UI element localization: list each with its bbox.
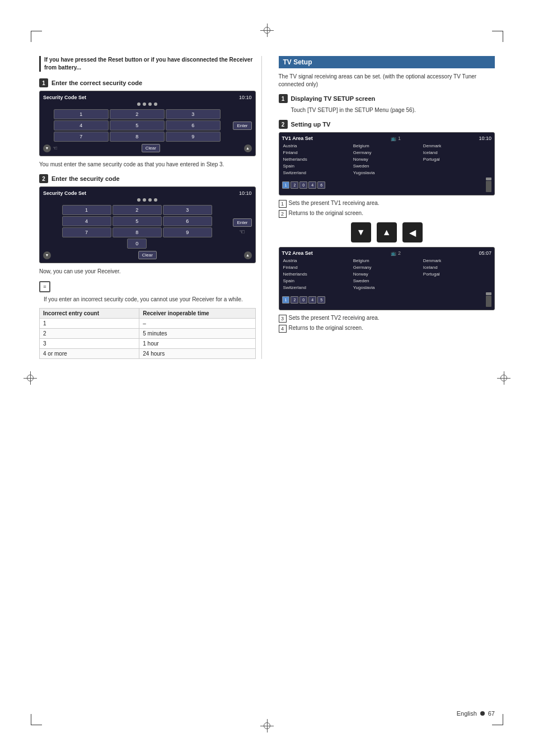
step1-caption: You must enter the same security code as… <box>39 161 256 169</box>
clear-btn-1[interactable]: Clear <box>142 144 160 152</box>
tv2-icon: 📺 <box>391 251 396 256</box>
table-row: 2 5 minutes <box>40 329 256 339</box>
footer-bullet <box>480 711 485 716</box>
tv-step1-heading: 1 Displaying TV SETUP screen <box>279 94 495 103</box>
tv1-btn-2[interactable]: 2 <box>291 181 298 189</box>
nav-icons-2: ▼ <box>43 251 51 259</box>
table-header-2: Receiver inoperable time <box>139 309 255 319</box>
table-row: 3 1 hour <box>40 339 256 349</box>
key-1-6[interactable]: 6 <box>166 120 221 130</box>
tv-setup-header: TV Setup <box>279 56 495 68</box>
screen1-time: 10:10 <box>239 95 252 100</box>
tv2-note-3: 3 Sets the present TV2 receiving area. <box>279 315 495 323</box>
corner-mark-tl <box>31 31 42 42</box>
reset-notice: If you have pressed the Reset button or … <box>39 56 256 72</box>
tv2-title: TV2 Area Set <box>282 250 313 256</box>
key-2-1[interactable]: 1 <box>62 205 111 215</box>
clear-btn-2[interactable]: Clear <box>138 251 157 259</box>
nav-icon-tv: ▼ <box>43 144 51 152</box>
tv-step1-instruction: Touch [TV SETUP] in the SETUP Menu (page… <box>279 106 495 114</box>
tv1-scroll <box>486 178 491 192</box>
table-row: 1 – <box>40 319 256 329</box>
step1-label: Enter the correct security code <box>51 80 142 86</box>
enter-btn-1[interactable]: Enter <box>233 122 251 130</box>
tv1-btn-6[interactable]: 6 <box>317 181 325 189</box>
tv-step1-number: 1 <box>279 94 288 103</box>
key-1-1[interactable]: 1 <box>54 109 109 119</box>
security-screen-2: Security Code Set 10:10 1 2 3 <box>39 186 256 263</box>
tv2-btn-0[interactable]: 0 <box>299 296 307 304</box>
key-1-7[interactable]: 7 <box>54 132 109 142</box>
screen1-title: Security Code Set <box>43 95 86 100</box>
tv2-countries: Austria Belgium Denmark Finland Germany … <box>282 258 492 291</box>
tv1-note-1: 1 Sets the present TV1 receiving area. <box>279 200 495 208</box>
note-text: If you enter an incorrect security code,… <box>39 296 256 304</box>
hand-icon-2: ☜ <box>239 228 245 236</box>
key-1-4[interactable]: 4 <box>54 120 109 130</box>
tv-step2-label: Setting up TV <box>291 121 331 128</box>
key-2-7[interactable]: 7 <box>62 227 111 237</box>
tv1-countries: Austria Belgium Denmark Finland Germany … <box>282 143 492 176</box>
pin-dots-2 <box>43 198 252 202</box>
corner-mark-bl <box>31 714 42 725</box>
nav-icon-up-2: ▲ <box>244 251 252 259</box>
footer-page-number: 67 <box>488 710 495 717</box>
setup-intro: The TV signal receiving areas can be set… <box>279 73 495 88</box>
tv1-note-2: 2 Returns to the original screen. <box>279 210 495 218</box>
step2-number: 2 <box>39 174 48 183</box>
tv2-nav-buttons: 1 2 0 4 5 <box>282 296 326 304</box>
key-1-3[interactable]: 3 <box>166 109 221 119</box>
key-1-9[interactable]: 9 <box>166 132 221 142</box>
key-1-2[interactable]: 2 <box>110 109 165 119</box>
key-2-3[interactable]: 3 <box>163 205 212 215</box>
table-header-1: Incorrect entry count <box>40 309 139 319</box>
pin-dots-1 <box>43 102 252 106</box>
tv2-btn-1[interactable]: 1 <box>282 296 290 304</box>
keypad-1: 1 2 3 4 5 6 7 8 9 <box>54 109 221 142</box>
page-footer: English 67 <box>457 710 495 717</box>
tv2-screen: TV2 Area Set 📺 2 05:07 Austria Belgium D… <box>279 247 495 310</box>
step2-heading: 2 Enter the security code <box>39 174 256 183</box>
key-1-8[interactable]: 8 <box>110 132 165 142</box>
key-2-2[interactable]: 2 <box>113 205 162 215</box>
tv-step2-heading: 2 Setting up TV <box>279 120 495 129</box>
arrow-up[interactable]: ▲ <box>377 222 397 242</box>
arrow-down[interactable]: ▼ <box>351 222 371 242</box>
key-2-0[interactable]: 0 <box>127 239 147 249</box>
tv1-btn-1[interactable]: 1 <box>282 181 290 189</box>
tv-step2-number: 2 <box>279 120 288 129</box>
step1-heading: 1 Enter the correct security code <box>39 78 256 87</box>
nav-icon-up-1: ▲ <box>244 144 252 152</box>
corner-mark-tr <box>492 31 503 42</box>
tv2-time: 05:07 <box>479 250 491 256</box>
left-column: If you have pressed the Reset button or … <box>39 56 262 359</box>
step1-number: 1 <box>39 78 48 87</box>
arrow-left[interactable]: ◀ <box>402 222 423 242</box>
key-2-6[interactable]: 6 <box>163 216 212 226</box>
tv2-channel: 2 <box>398 250 401 256</box>
screen2-title: Security Code Set <box>43 190 86 196</box>
table-row: 4 or more 24 hours <box>40 349 256 359</box>
key-1-5[interactable]: 5 <box>110 120 165 130</box>
tv1-channel: 1 <box>398 136 401 141</box>
footer-language: English <box>457 710 477 717</box>
enter-btn-2[interactable]: Enter <box>233 218 251 227</box>
tv2-btn-5[interactable]: 5 <box>317 296 325 304</box>
key-2-9[interactable]: 9 <box>163 227 212 237</box>
tv1-btn-4[interactable]: 4 <box>308 181 316 189</box>
tv1-nav-buttons: 1 2 0 4 6 <box>282 181 326 189</box>
key-2-8[interactable]: 8 <box>113 227 162 237</box>
nav-icons-1: ▼ ☜ <box>43 144 58 152</box>
tv1-btn-0[interactable]: 0 <box>299 181 307 189</box>
hand-icon-1: ☜ <box>53 145 58 151</box>
right-column: TV Setup The TV signal receiving areas c… <box>273 56 495 359</box>
key-2-5[interactable]: 5 <box>113 216 162 226</box>
key-2-4[interactable]: 4 <box>62 216 111 226</box>
tv1-time: 10:10 <box>479 136 491 141</box>
nav-icon-tv-2: ▼ <box>43 251 51 259</box>
screen2-time: 10:10 <box>239 190 252 196</box>
nav-arrows: ▼ ▲ ◀ <box>279 222 495 242</box>
tv2-btn-4[interactable]: 4 <box>308 296 316 304</box>
step2-label: Enter the security code <box>51 175 120 182</box>
tv2-btn-2[interactable]: 2 <box>291 296 298 304</box>
